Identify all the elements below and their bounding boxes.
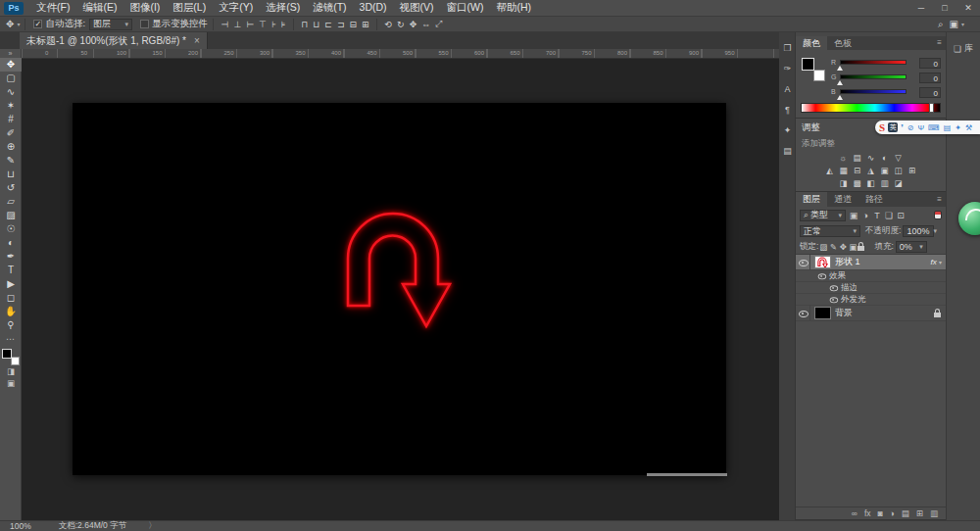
distribute-hcenter-icon[interactable]: ⊟ — [349, 20, 357, 29]
new-adjustment-layer-icon[interactable]: ◑ — [890, 508, 895, 518]
adjustment-icon[interactable]: ◧ — [864, 178, 878, 189]
zoom-tool[interactable]: ⚲ — [0, 318, 22, 332]
blend-mode-dropdown[interactable]: 正常 ▾ — [800, 225, 860, 237]
adjustment-icon[interactable]: ◐ — [878, 153, 892, 164]
adjustment-icon[interactable]: ⊞ — [906, 166, 919, 176]
menu-item-7[interactable]: 3D(D) — [360, 1, 387, 15]
panel-menu-icon[interactable]: ≡ — [937, 192, 946, 207]
minimize-button[interactable]: ─ — [909, 3, 933, 13]
distribute-vcenter-icon[interactable]: ⊞ — [362, 20, 369, 29]
lock-position-icon[interactable]: ✥ — [838, 242, 848, 252]
slider-handle[interactable] — [837, 95, 843, 100]
adjustment-icon[interactable]: ◫ — [892, 166, 906, 176]
lock-artboard-icon[interactable]: ▣ — [848, 242, 858, 252]
layer-filter-toggle[interactable] — [934, 211, 942, 219]
new-group-icon[interactable]: ▤ — [902, 508, 909, 518]
adjustment-icon[interactable]: ▦ — [837, 166, 851, 176]
tab-color[interactable]: 颜色 — [796, 36, 827, 50]
eye-icon[interactable] — [830, 284, 838, 292]
eye-icon[interactable] — [830, 296, 838, 304]
slider-track-b[interactable] — [840, 89, 906, 94]
color-spectrum-bar[interactable] — [801, 103, 941, 113]
sogou-toolbox-icon[interactable]: ⚒ — [965, 123, 972, 132]
menu-item-10[interactable]: 帮助(H) — [497, 1, 532, 15]
menu-item-1[interactable]: 编辑(E) — [82, 1, 117, 15]
3d-drag-icon[interactable]: ✥ — [410, 20, 417, 29]
visibility-cell[interactable] — [796, 306, 810, 320]
effect-row-描边[interactable]: 描边 — [796, 282, 946, 294]
adjustment-icon[interactable]: ▥ — [878, 178, 892, 189]
filter-pixel-layers-icon[interactable]: ▣ — [848, 211, 859, 220]
eye-icon[interactable] — [799, 309, 808, 317]
filter-shape-layers-icon[interactable]: ❏ — [883, 211, 895, 220]
menu-item-2[interactable]: 图像(I) — [129, 1, 160, 15]
tab-paths[interactable]: 路径 — [858, 192, 890, 207]
quick-selection-tool[interactable]: ✶ — [0, 99, 22, 113]
slider-handle[interactable] — [837, 66, 843, 71]
layer-row-背景[interactable]: 背景 — [796, 306, 946, 321]
menu-item-8[interactable]: 视图(V) — [400, 1, 434, 15]
layer-style-icon[interactable]: fx — [864, 508, 871, 518]
healing-brush-tool[interactable]: ⊕ — [0, 140, 22, 154]
align-left-edges-icon[interactable]: ⊣ — [221, 20, 229, 29]
menu-item-3[interactable]: 图层(L) — [172, 1, 206, 15]
glyphs-panel-icon[interactable]: ✦ — [779, 125, 796, 135]
menu-item-5[interactable]: 选择(S) — [266, 1, 300, 15]
search-icon[interactable]: ⌕ — [938, 19, 944, 30]
zoom-level-field[interactable]: 100% — [10, 521, 31, 531]
3d-rotate-icon[interactable]: ⟲ — [385, 20, 393, 29]
align-right-edges-icon[interactable]: ⊢ — [246, 20, 254, 29]
link-layers-icon[interactable]: ∞ — [852, 508, 858, 518]
background-color-swatch[interactable] — [813, 70, 825, 81]
adjustment-icon[interactable]: ◮ — [864, 166, 878, 176]
foreground-color-swatch[interactable] — [802, 58, 814, 71]
move-tool[interactable]: ✥ — [0, 58, 22, 72]
distribute-right-icon[interactable]: ⊐ — [337, 20, 345, 29]
filter-type-dropdown[interactable]: ⌕ 类型 ▾ — [800, 210, 846, 221]
adjustment-icon[interactable]: ◭ — [823, 166, 837, 176]
adjustment-icon[interactable]: ∿ — [864, 153, 878, 164]
distribute-top-icon[interactable]: ⊓ — [301, 20, 308, 29]
auto-select-dropdown[interactable]: 图层▾ — [89, 19, 132, 30]
toolbar-collapse-icon[interactable]: » — [0, 49, 21, 58]
sogou-clipboard-icon[interactable]: ▤ — [944, 123, 952, 132]
auto-select-checkbox[interactable]: ✓ — [33, 20, 42, 28]
lock-all-icon[interactable] — [858, 246, 864, 251]
slider-track-g[interactable] — [840, 74, 906, 79]
blur-tool[interactable]: ☉ — [0, 222, 22, 236]
pen-tool[interactable]: ✒ — [0, 250, 22, 264]
show-transform-checkbox[interactable] — [140, 20, 149, 28]
distribute-left-icon[interactable]: ⊏ — [324, 20, 332, 29]
filter-adjustment-layers-icon[interactable]: ◑ — [859, 211, 871, 220]
adjustment-icon[interactable]: ◨ — [837, 178, 851, 189]
delete-layer-icon[interactable]: ▥ — [930, 508, 938, 518]
adjustment-icon[interactable]: ▤ — [851, 153, 864, 164]
align-horizontal-centers-icon[interactable]: ⊥ — [233, 20, 241, 29]
3d-scale-icon[interactable]: ⤢ — [435, 19, 442, 29]
document-canvas[interactable] — [73, 103, 726, 475]
panel-menu-icon[interactable]: ≡ — [937, 36, 946, 50]
adjustment-icon[interactable]: ▣ — [878, 166, 892, 176]
menu-item-0[interactable]: 文件(F) — [36, 1, 70, 15]
3d-slide-icon[interactable]: ⇔ — [421, 20, 430, 29]
eyedropper-tool[interactable]: ✐ — [0, 126, 22, 140]
slider-track-r[interactable] — [840, 60, 906, 65]
edit-toolbar-icon[interactable]: ⋯ — [0, 334, 21, 344]
layer-thumbnail[interactable] — [814, 256, 831, 268]
background-color-swatch[interactable] — [11, 357, 20, 365]
current-tool-icon[interactable]: ✥ — [6, 19, 14, 29]
lock-transparent-pixels-icon[interactable]: ▨ — [818, 242, 828, 252]
sogou-language-badge[interactable]: 英 — [888, 122, 898, 132]
align-bottom-edges-icon[interactable]: ⊧ — [281, 20, 286, 29]
menu-item-4[interactable]: 文字(Y) — [219, 1, 253, 15]
lasso-tool[interactable]: ∿ — [0, 85, 22, 99]
adjustment-icon[interactable]: ⊟ — [851, 166, 864, 176]
rectangle-shape-tool[interactable]: ◻ — [0, 291, 22, 305]
slider-value-field[interactable]: 0 — [919, 87, 941, 98]
status-chevron-icon[interactable]: 〉 — [148, 520, 157, 531]
dodge-tool[interactable]: ◐ — [0, 236, 22, 250]
histogram-panel-icon[interactable]: ▤ — [779, 146, 796, 156]
close-tab-icon[interactable]: × — [194, 35, 200, 46]
sogou-input-toolbar[interactable]: S 英 ❜⊘Ψ⌨▤✦⚒ — [875, 121, 980, 134]
sogou-halfwidth-icon[interactable]: ⊘ — [907, 123, 914, 132]
